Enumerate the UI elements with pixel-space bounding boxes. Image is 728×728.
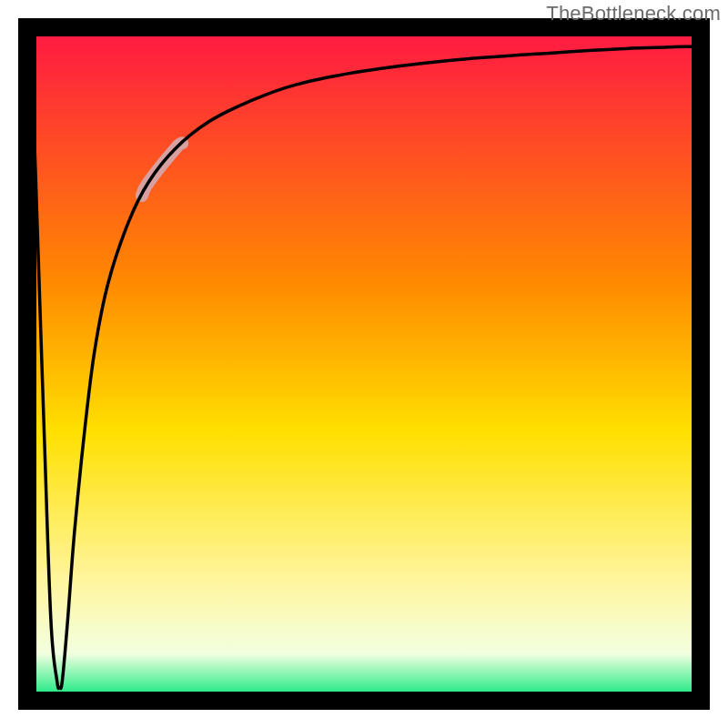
chart-container: TheBottleneck.com — [0, 0, 728, 728]
plot-background — [27, 27, 701, 701]
watermark-text: TheBottleneck.com — [546, 2, 721, 25]
bottleneck-chart — [0, 0, 728, 728]
